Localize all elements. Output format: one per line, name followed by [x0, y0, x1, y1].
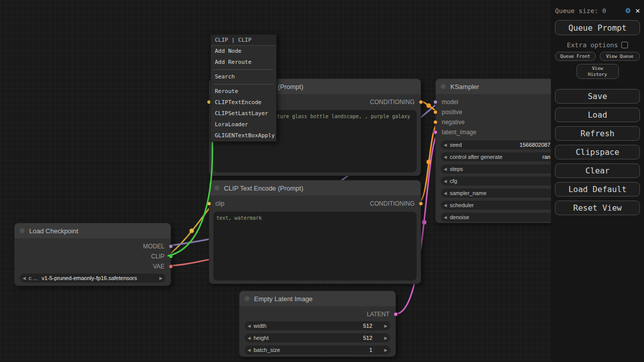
- prev-arrow-icon[interactable]: [444, 167, 447, 171]
- prev-arrow-icon[interactable]: [248, 336, 251, 340]
- slot-label: LATENT: [367, 311, 389, 318]
- prev-arrow-icon[interactable]: [248, 348, 251, 352]
- sampler-name-widget[interactable]: sampler_name: [441, 189, 566, 198]
- node-title-bar[interactable]: CLIP Text Encode (Prompt): [209, 180, 421, 196]
- node-empty-latent-image[interactable]: Empty Latent Image LATENT width 512 heig…: [239, 291, 396, 357]
- queue-prompt-button[interactable]: Queue Prompt: [555, 20, 640, 35]
- collapse-dot-icon[interactable]: [441, 84, 446, 89]
- next-arrow-icon[interactable]: [159, 276, 163, 281]
- prev-arrow-icon[interactable]: [444, 203, 447, 208]
- ckpt-name-widget[interactable]: c ... v1-5-pruned-emaonly-fp16.safetenso…: [20, 274, 166, 283]
- model-slot-dot[interactable]: [169, 244, 173, 249]
- node-load-checkpoint[interactable]: Load Checkpoint MODEL CLIP VAE c ... v1-…: [14, 223, 171, 286]
- view-queue-button[interactable]: View Queue: [600, 52, 640, 61]
- refresh-button[interactable]: Refresh: [555, 126, 640, 141]
- widget-label: denoise: [450, 214, 469, 220]
- widget-value: v1-5-pruned-emaonly-fp16.safetensors: [42, 275, 137, 281]
- prev-arrow-icon[interactable]: [444, 179, 447, 184]
- widget-label: width: [254, 323, 267, 329]
- queue-front-button[interactable]: Queue Front: [555, 52, 596, 61]
- widget-label: scheduler: [450, 202, 474, 208]
- node-title-bar[interactable]: Empty Latent Image: [239, 291, 395, 306]
- menu-item-loraloader[interactable]: LoraLoader: [211, 119, 276, 130]
- input-slot-model[interactable]: model: [436, 97, 571, 107]
- collapse-dot-icon[interactable]: [20, 228, 25, 233]
- menu-item-add-node[interactable]: Add Node: [211, 46, 276, 57]
- prev-arrow-icon[interactable]: [444, 215, 447, 220]
- menu-item-reroute[interactable]: Reroute: [211, 86, 276, 97]
- widget-label: cfg: [450, 178, 457, 184]
- node-title-bar[interactable]: Load Checkpoint: [15, 223, 171, 238]
- node-clip-text-encode-negative[interactable]: CLIP Text Encode (Prompt) clip CONDITION…: [209, 180, 421, 284]
- widget-label: seed: [450, 142, 462, 148]
- clip-input-dot[interactable]: [207, 202, 211, 206]
- output-slot-clip[interactable]: CLIP: [15, 251, 171, 261]
- reset-view-button[interactable]: Reset View: [555, 201, 640, 215]
- conditioning-output-dot[interactable]: [419, 202, 423, 206]
- menu-item-gligentextboxapply[interactable]: GLIGENTextBoxApply: [211, 130, 276, 141]
- output-slot-model[interactable]: MODEL: [15, 241, 171, 251]
- output-slot-latent[interactable]: LATENT: [239, 309, 395, 319]
- latent-slot-dot[interactable]: [393, 312, 398, 317]
- extra-options-checkbox[interactable]: [621, 42, 628, 48]
- clip-slot-dot[interactable]: [169, 254, 173, 259]
- slot-row: clip CONDITIONING: [209, 199, 421, 209]
- menu-item-cliptextencode[interactable]: CLIPTextEncode: [211, 97, 276, 108]
- settings-gear-icon[interactable]: ⚙: [625, 7, 630, 15]
- next-arrow-icon[interactable]: [384, 324, 387, 328]
- control-after-generate-widget[interactable]: control after generate ran: [441, 152, 566, 161]
- output-slot-vae[interactable]: VAE: [15, 261, 171, 272]
- seed-widget[interactable]: seed 1566802087: [441, 140, 566, 149]
- slot-label: CONDITIONING: [370, 200, 415, 207]
- widget-label: height: [254, 335, 269, 341]
- load-button[interactable]: Load: [555, 108, 640, 122]
- next-arrow-icon[interactable]: [384, 348, 387, 352]
- prev-arrow-icon[interactable]: [23, 276, 26, 281]
- widget-value: ran: [542, 154, 550, 160]
- node-title-text: Load Checkpoint: [29, 227, 78, 235]
- next-arrow-icon[interactable]: [384, 336, 387, 340]
- close-sidebar-icon[interactable]: ✕: [635, 7, 640, 15]
- menu-item-add-reroute[interactable]: Add Reroute: [211, 57, 276, 68]
- prev-arrow-icon[interactable]: [248, 324, 251, 328]
- conditioning-output-dot[interactable]: [419, 100, 423, 105]
- collapse-dot-icon[interactable]: [214, 186, 219, 191]
- prompt-text-area[interactable]: text, watermark: [213, 212, 417, 281]
- vae-slot-dot[interactable]: [169, 264, 173, 269]
- prev-arrow-icon[interactable]: [444, 191, 447, 196]
- widget-value: 1566802087: [520, 142, 550, 148]
- widget-value: 512: [363, 335, 372, 341]
- batch-size-widget[interactable]: batch_size 1: [245, 345, 390, 354]
- positive-input-dot[interactable]: [433, 110, 438, 115]
- prev-arrow-icon[interactable]: [444, 143, 447, 147]
- widget-label: c ...: [29, 275, 38, 281]
- input-slot-negative[interactable]: negative: [436, 117, 571, 127]
- height-widget[interactable]: height 512: [245, 333, 390, 342]
- load-default-button[interactable]: Load Default: [555, 182, 640, 197]
- clipspace-button[interactable]: Clipspace: [555, 145, 640, 159]
- negative-input-dot[interactable]: [433, 120, 438, 125]
- input-slot-latent-image[interactable]: latent_image: [436, 127, 571, 137]
- widget-value: 512: [363, 323, 372, 329]
- latent-input-dot[interactable]: [433, 130, 438, 135]
- view-history-button[interactable]: View History: [577, 64, 619, 79]
- queue-sidebar: Queue size: 0 ⚙ ✕ Queue Prompt Extra opt…: [551, 0, 644, 362]
- menu-item-search[interactable]: Search: [211, 71, 276, 82]
- scheduler-widget[interactable]: scheduler: [441, 201, 566, 210]
- cfg-widget[interactable]: cfg: [441, 176, 566, 186]
- width-widget[interactable]: width 512: [245, 321, 390, 330]
- steps-widget[interactable]: steps: [441, 164, 566, 173]
- input-slot-positive[interactable]: positive: [436, 107, 571, 117]
- collapse-dot-icon[interactable]: [245, 296, 250, 301]
- prev-arrow-icon[interactable]: [444, 155, 447, 159]
- model-input-dot[interactable]: [433, 100, 438, 105]
- context-menu: CLIP | CLIP Add Node Add Reroute Search …: [210, 34, 277, 142]
- save-button[interactable]: Save: [555, 89, 640, 104]
- denoise-widget[interactable]: denoise: [441, 213, 566, 222]
- widget-label: sampler_name: [450, 190, 487, 196]
- slot-label: clip: [215, 200, 224, 207]
- clear-button[interactable]: Clear: [555, 163, 640, 178]
- node-title-bar[interactable]: KSampler: [436, 79, 571, 94]
- menu-item-clipsetlastlayer[interactable]: CLIPSetLastLayer: [211, 108, 276, 119]
- node-title-text: KSampler: [450, 83, 479, 90]
